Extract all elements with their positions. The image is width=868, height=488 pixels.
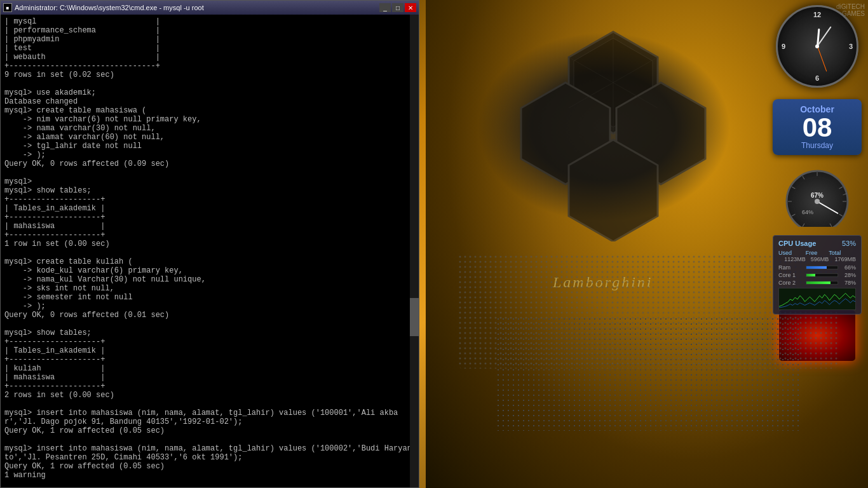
clock-num-12: 12 bbox=[813, 11, 821, 18]
clock-num-3: 3 bbox=[849, 43, 853, 50]
clock-num-9: 9 bbox=[782, 43, 785, 50]
scrollbar-thumb[interactable] bbox=[410, 298, 419, 336]
ram-bar-pct: 66% bbox=[840, 264, 856, 271]
core1-bar-pct: 28% bbox=[840, 272, 856, 278]
minimize-button[interactable]: _ bbox=[379, 3, 391, 12]
core2-bar-row: Core 2 78% bbox=[778, 280, 856, 286]
cmd-titlebar: ■ Administrator: C:\Windows\system32\cmd… bbox=[1, 1, 419, 15]
clock-face: 12 3 6 9 bbox=[776, 5, 858, 88]
cpu-title-label: CPU Usage bbox=[778, 240, 816, 247]
cmd-scrollbar[interactable] bbox=[410, 15, 419, 487]
col-used: Used bbox=[778, 250, 806, 256]
cpu-memory-table: Used Free Total 1123MB 596MB 1769MB bbox=[778, 250, 856, 262]
clock-center-dot bbox=[815, 44, 819, 48]
core1-bar-fill bbox=[806, 274, 815, 276]
date-widget: October 08 Thursday bbox=[773, 99, 862, 155]
col-free: Free bbox=[806, 250, 829, 256]
ram-total: 1769MB bbox=[829, 256, 856, 262]
svg-text:64%: 64% bbox=[802, 209, 813, 215]
core2-bar-label: Core 2 bbox=[778, 280, 804, 286]
core2-bar-track bbox=[806, 281, 838, 285]
clock-widget: 12 3 6 9 bbox=[773, 5, 862, 94]
core2-bar-pct: 78% bbox=[840, 280, 856, 286]
date-day-number: 08 bbox=[780, 114, 854, 141]
core1-bar-row: Core 1 28% bbox=[778, 272, 856, 278]
cpu-widget: CPU Usage 53% Used Free Total 1123MB 596… bbox=[773, 235, 862, 315]
clock-second-hand bbox=[817, 46, 827, 72]
ram-bar-label: Ram bbox=[778, 264, 804, 271]
maximize-button[interactable]: □ bbox=[392, 3, 403, 12]
ram-bar-fill bbox=[806, 266, 827, 269]
svg-point-25 bbox=[815, 199, 820, 204]
clock-num-6: 6 bbox=[815, 74, 819, 82]
cmd-terminal-content[interactable]: | mysql | | performance_schema | | phpmy… bbox=[1, 15, 419, 487]
svg-text:67%: 67% bbox=[811, 192, 824, 199]
core1-bar-label: Core 1 bbox=[778, 272, 804, 278]
ram-free: 596MB bbox=[806, 256, 829, 262]
cmd-window[interactable]: ■ Administrator: C:\Windows\system32\cmd… bbox=[0, 0, 419, 488]
ram-used: 1123MB bbox=[778, 256, 806, 262]
core1-bar-track bbox=[806, 273, 838, 277]
car-grille-hex bbox=[502, 19, 724, 241]
cmd-title: ■ Administrator: C:\Windows\system32\cmd… bbox=[3, 3, 204, 12]
close-button[interactable]: ✕ bbox=[405, 3, 416, 12]
gauge-widget: 67% 64% bbox=[773, 160, 862, 230]
cpu-title-row: CPU Usage 53% bbox=[778, 240, 856, 247]
cpu-percent-value: 53% bbox=[842, 240, 856, 247]
gauge-svg: 67% 64% bbox=[779, 163, 855, 227]
cmd-window-controls: _ □ ✕ bbox=[379, 3, 416, 12]
col-total: Total bbox=[829, 250, 856, 256]
ram-bar-row: Ram 66% bbox=[778, 264, 856, 271]
cpu-graph bbox=[778, 288, 856, 310]
cmd-app-icon: ■ bbox=[3, 3, 12, 12]
gauge-display: 67% 64% bbox=[779, 163, 855, 227]
core2-bar-fill bbox=[806, 281, 831, 284]
date-weekday: Thursday bbox=[780, 141, 854, 150]
widget-panel: 12 3 6 9 October 08 Thursday bbox=[766, 0, 868, 488]
ram-bar-track bbox=[806, 266, 838, 269]
